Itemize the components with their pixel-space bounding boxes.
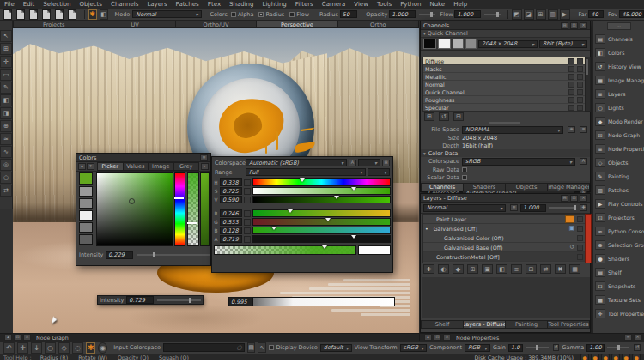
cache-status-icon[interactable]: ● — [580, 354, 589, 361]
menu-python[interactable]: Python — [396, 1, 425, 8]
palette-item-tool-properties[interactable]: ✛Tool Properties — [593, 306, 644, 320]
menu-edit[interactable]: Edit — [19, 1, 39, 8]
color-data-colorspace-dropdown[interactable]: sRGB▾ — [462, 158, 575, 166]
channel-lock-icon[interactable] — [568, 105, 574, 111]
palette-item-channels[interactable]: ▤Channels — [593, 32, 644, 45]
swap-icon[interactable]: ⊞ — [382, 160, 390, 166]
viewport-tab-projects[interactable]: Projects — [13, 21, 94, 28]
lut-checkbox[interactable] — [269, 345, 273, 350]
save-project-icon[interactable] — [29, 9, 38, 20]
menu-filters[interactable]: Filters — [291, 1, 318, 8]
channels-palette-titlebar[interactable]: Channels ⊟ ⊡ ✕ — [421, 21, 590, 30]
move-paint-tool[interactable]: ✛ — [17, 342, 28, 354]
add-adjustment-layer-button[interactable]: ◐ — [438, 264, 449, 274]
palette-item-history-view[interactable]: ↺History View — [593, 59, 644, 73]
far-field[interactable]: 40 — [588, 10, 604, 18]
group-visibility-dot[interactable]: • — [425, 226, 428, 232]
gain-slider[interactable] — [526, 347, 549, 348]
channel-lock-icon[interactable] — [568, 82, 574, 88]
colors-tab-grey[interactable]: Grey — [174, 162, 200, 171]
flow-field[interactable]: 1.000 — [454, 10, 481, 18]
s-swatch-icon[interactable] — [244, 188, 251, 195]
erase-tool[interactable]: ◧ — [0, 94, 12, 106]
clone-tool[interactable]: ⊕ — [0, 120, 12, 132]
colorspace-dropdown[interactable]: Automatic (sRGB)▾ — [246, 159, 347, 166]
warning-status-icon[interactable]: ● — [611, 354, 620, 361]
b-swatch-icon[interactable] — [244, 227, 251, 234]
channel-lock-icon[interactable] — [568, 74, 574, 80]
palette-item-layers[interactable]: ≡Layers — [593, 87, 644, 100]
palette-item-objects[interactable]: ◇Objects — [593, 155, 644, 169]
paint-brush-button[interactable]: ✱ — [88, 9, 97, 20]
r-swatch-icon[interactable] — [244, 210, 251, 217]
g-swatch-icon[interactable] — [244, 219, 251, 226]
channel-row-roughness[interactable]: Roughness — [423, 96, 585, 104]
merge-layers-button[interactable]: ≡ — [511, 264, 522, 274]
floating-intensity-slider-track[interactable] — [157, 299, 201, 301]
grey-swatch-1[interactable] — [453, 39, 464, 49]
pull-paint-tool[interactable]: ↓ — [31, 342, 42, 354]
node-properties-dock-bar[interactable]: ▴ ⊡ ✕ Node Properties ≡ ✕ — [419, 333, 644, 341]
opacity-slider[interactable] — [419, 14, 435, 15]
grey-swatch-4[interactable] — [79, 222, 93, 233]
grey-swatch-1[interactable] — [79, 186, 93, 197]
channel-cache-icon[interactable] — [577, 74, 583, 80]
dock-tab-shaders[interactable]: Shaders — [464, 183, 506, 191]
menu-camera[interactable]: Camera — [318, 1, 349, 8]
swatch-prev-icon[interactable]: ▴ — [78, 163, 86, 170]
sync-channel-button[interactable]: ↺ — [439, 112, 449, 121]
h-swatch-icon[interactable] — [244, 179, 251, 186]
flow-checkbox[interactable] — [289, 12, 295, 17]
radius-field[interactable]: 50 — [340, 10, 357, 18]
select-tool[interactable]: ↖ — [0, 30, 12, 42]
dock-tab-channels[interactable]: Channels — [421, 183, 464, 191]
palette-item-snapshots[interactable]: ⊟Snapshots — [593, 279, 644, 293]
channel-lock-icon[interactable] — [568, 97, 574, 103]
palette-item-colors[interactable]: ◧Colors — [593, 45, 644, 59]
s-slider-bar[interactable] — [252, 187, 391, 195]
b-value-field[interactable]: 0.128 — [220, 227, 242, 234]
dock-tab-objects[interactable]: Objects — [506, 183, 548, 191]
palette-item-play-controls[interactable]: ▶Play Controls — [593, 197, 644, 210]
palette-item-selection-groups[interactable]: ⊕Selection Groups — [593, 238, 644, 251]
colors-tab-picker[interactable]: Picker — [97, 162, 124, 171]
grey-swatch-2[interactable] — [79, 198, 93, 209]
smear-tool[interactable]: ∿ — [0, 146, 12, 158]
channel-cache-icon[interactable] — [577, 97, 583, 103]
circle-brush-tool[interactable]: ○ — [45, 342, 56, 354]
add-graph-layer-button[interactable]: ⊞ — [467, 264, 478, 274]
menu-selection[interactable]: Selection — [39, 1, 75, 8]
channel-cache-icon[interactable] — [577, 82, 583, 88]
menu-patches[interactable]: Patches — [172, 1, 204, 8]
frame-status-icon[interactable]: ● — [622, 354, 630, 361]
background-color-swatch[interactable] — [438, 39, 451, 49]
channel-row-metallic[interactable]: Metallic — [423, 73, 585, 81]
radius-checkbox[interactable] — [258, 12, 264, 17]
symmetry-icon[interactable]: ⊞ — [536, 9, 546, 20]
palette-sidebar-grip[interactable]: ⋯ — [607, 22, 631, 30]
palette-item-node-properties[interactable]: ≡Node Properties — [593, 142, 644, 155]
open-project-icon[interactable] — [16, 9, 25, 20]
scalar-data-checkbox[interactable] — [462, 175, 467, 180]
sv-picker-square[interactable] — [96, 172, 173, 246]
colors-palette-titlebar[interactable]: Colors ≡ — [76, 154, 210, 162]
new-project-icon[interactable] — [3, 9, 12, 20]
gamma-reset-icon[interactable]: ↺ — [634, 344, 641, 351]
layer-amount-slider[interactable] — [549, 207, 575, 209]
menu-file[interactable]: File — [0, 1, 19, 8]
dock-tab-shelf[interactable]: Shelf — [421, 320, 464, 329]
list-view-button[interactable]: ▦ — [569, 264, 580, 274]
collapse-arrow-icon[interactable]: ▾ — [423, 31, 426, 36]
zoom-tool[interactable]: ○ — [0, 172, 12, 184]
component-dropdown[interactable]: RGB▾ — [465, 344, 490, 352]
channel-lock-icon[interactable] — [568, 58, 574, 64]
layer-option-icon[interactable] — [577, 254, 583, 260]
b-slider-bar[interactable] — [252, 227, 391, 234]
blur-tool[interactable]: ≈ — [0, 133, 12, 145]
dock-menu-icon[interactable]: ≡ — [624, 334, 632, 341]
add-channel-button[interactable]: ⊞ — [424, 112, 434, 121]
memory-status-icon[interactable]: ● — [601, 354, 610, 361]
palette-item-lights[interactable]: ○Lights — [593, 100, 644, 114]
file-space-menu-icon[interactable]: ≡ — [580, 126, 587, 133]
dock-tab-tool-properties[interactable]: Tool Properties — [548, 320, 590, 329]
